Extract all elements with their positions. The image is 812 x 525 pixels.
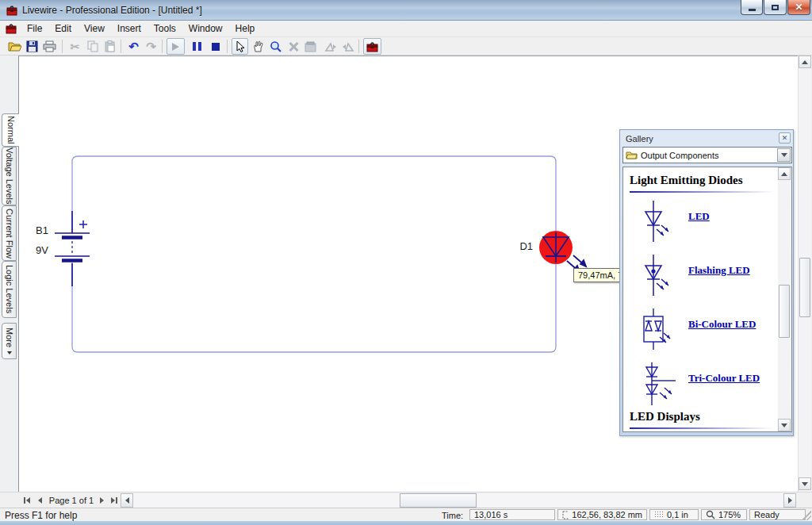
- next-page-icon: [100, 497, 104, 504]
- chevron-down-icon: [7, 351, 12, 354]
- window-bottom-frame: [0, 521, 812, 525]
- gallery-scrollbar[interactable]: [778, 167, 791, 431]
- last-page-button[interactable]: [108, 494, 121, 507]
- stop-icon: [212, 43, 220, 51]
- pointer-cursor-icon: [235, 40, 245, 52]
- hscroll-right-button[interactable]: [783, 493, 796, 508]
- maximize-button[interactable]: [764, 0, 787, 15]
- first-page-button[interactable]: [21, 494, 33, 507]
- app-state: Ready: [754, 510, 779, 519]
- menu-window[interactable]: Window: [182, 21, 229, 37]
- menu-insert[interactable]: Insert: [111, 21, 147, 37]
- scroll-up-button[interactable]: [799, 56, 811, 68]
- tab-current-flow[interactable]: Current Flow: [2, 205, 17, 261]
- zoom-level-icon: [706, 510, 715, 519]
- open-folder-icon: [8, 40, 22, 52]
- tab-current-flow-label: Current Flow: [5, 209, 14, 259]
- close-button[interactable]: ✕: [787, 0, 810, 15]
- component-category-select[interactable]: Output Components: [622, 147, 792, 163]
- grid-panel: 0,1 in: [649, 509, 699, 520]
- menu-tools[interactable]: Tools: [147, 21, 182, 37]
- horizontal-scroll-thumb[interactable]: [400, 493, 477, 508]
- rotate-right-icon: [342, 41, 354, 52]
- stop-button[interactable]: [207, 38, 224, 55]
- tab-more-label: More: [5, 328, 14, 347]
- first-page-icon: [26, 497, 30, 504]
- cursor-position: 162,56, 83,82 mm: [572, 510, 642, 519]
- save-button[interactable]: [24, 38, 40, 55]
- resize-grip[interactable]: [802, 511, 811, 520]
- print-button[interactable]: [41, 38, 58, 55]
- gallery-close-button[interactable]: ✕: [779, 132, 791, 144]
- category-dropdown-button[interactable]: [777, 148, 791, 162]
- rotate-right-button[interactable]: [339, 38, 356, 55]
- hand-icon: [252, 40, 264, 52]
- gallery-item-led[interactable]: LED: [688, 210, 710, 223]
- menu-file[interactable]: File: [21, 21, 48, 37]
- canvas-vertical-scrollbar[interactable]: [798, 56, 811, 492]
- open-button[interactable]: [6, 38, 23, 55]
- zoom-level: 175%: [718, 510, 741, 519]
- paste-button[interactable]: [102, 38, 118, 55]
- graph-icon: [304, 40, 316, 52]
- gallery-title: Gallery: [622, 134, 653, 144]
- tab-more[interactable]: More: [2, 323, 17, 359]
- minimize-button[interactable]: [741, 0, 763, 15]
- menu-view[interactable]: View: [78, 21, 111, 37]
- battery-plus-icon: [79, 220, 87, 228]
- time-label: Time:: [442, 511, 463, 520]
- rotate-left-button[interactable]: [322, 38, 339, 55]
- close-icon: ✕: [795, 2, 802, 12]
- dropdown-arrow-icon: [781, 153, 787, 157]
- gallery-scroll-down-icon: [781, 423, 787, 427]
- heading-rule: [630, 191, 774, 193]
- gallery-toggle-button[interactable]: [363, 38, 381, 55]
- previous-page-button[interactable]: [33, 494, 46, 507]
- gallery-item-flashing-led[interactable]: Flashing LED: [688, 264, 750, 277]
- led-symbol[interactable]: [539, 231, 586, 272]
- redo-button[interactable]: ↷: [143, 38, 159, 55]
- delete-tool-button[interactable]: [285, 38, 301, 55]
- graph-button[interactable]: [302, 38, 319, 55]
- selection-rect-icon: [562, 511, 569, 519]
- last-page-icon: [111, 497, 115, 504]
- pan-tool-button[interactable]: [250, 38, 266, 55]
- gallery-item-tri-colour-led[interactable]: Tri-Colour LED: [688, 372, 760, 385]
- scroll-down-button[interactable]: [799, 477, 811, 490]
- tab-logic-levels[interactable]: Logic Levels: [2, 261, 17, 318]
- time-value: 13,016 s: [474, 510, 508, 519]
- hscroll-left-button[interactable]: [121, 493, 133, 508]
- pause-icon: [193, 42, 201, 51]
- magnifier-icon: [270, 40, 282, 53]
- hscroll-right-icon: [788, 497, 792, 504]
- cut-button[interactable]: ✂: [67, 38, 83, 55]
- vertical-scroll-thumb[interactable]: [799, 258, 810, 317]
- battery-ref-label: B1: [36, 224, 48, 236]
- copy-button[interactable]: [84, 38, 101, 55]
- heading-rule: [630, 427, 774, 429]
- zoom-panel: 175%: [701, 509, 747, 520]
- zoom-tool-button[interactable]: [267, 38, 284, 55]
- gallery-item-bi-colour-led[interactable]: Bi-Colour LED: [688, 318, 756, 331]
- menu-edit[interactable]: Edit: [48, 21, 78, 37]
- scroll-down-icon: [802, 482, 808, 486]
- toolbar: ✂ ↶ ↷: [0, 37, 812, 56]
- tab-normal[interactable]: Normal: [2, 113, 19, 147]
- next-page-button[interactable]: [95, 494, 108, 507]
- menu-help[interactable]: Help: [229, 21, 262, 37]
- tab-voltage-levels[interactable]: Voltage Levels: [2, 147, 17, 205]
- undo-icon: ↶: [128, 40, 139, 52]
- gallery-scroll-down-button[interactable]: [778, 419, 791, 431]
- title-bar: Livewire - Professional Edition - [Untit…: [0, 0, 812, 21]
- horizontal-scroll-track[interactable]: [133, 493, 783, 508]
- undo-button[interactable]: ↶: [125, 38, 142, 55]
- gallery-title-bar[interactable]: Gallery ✕: [622, 132, 791, 146]
- printer-icon: [43, 40, 56, 52]
- select-tool-button[interactable]: [232, 38, 248, 55]
- run-button[interactable]: [167, 38, 185, 55]
- page-indicator: Page 1 of 1: [48, 496, 95, 505]
- pause-button[interactable]: [189, 38, 205, 55]
- maximize-icon: [772, 5, 779, 10]
- gallery-scroll-thumb[interactable]: [779, 285, 790, 338]
- gallery-scroll-up-button[interactable]: [778, 167, 791, 180]
